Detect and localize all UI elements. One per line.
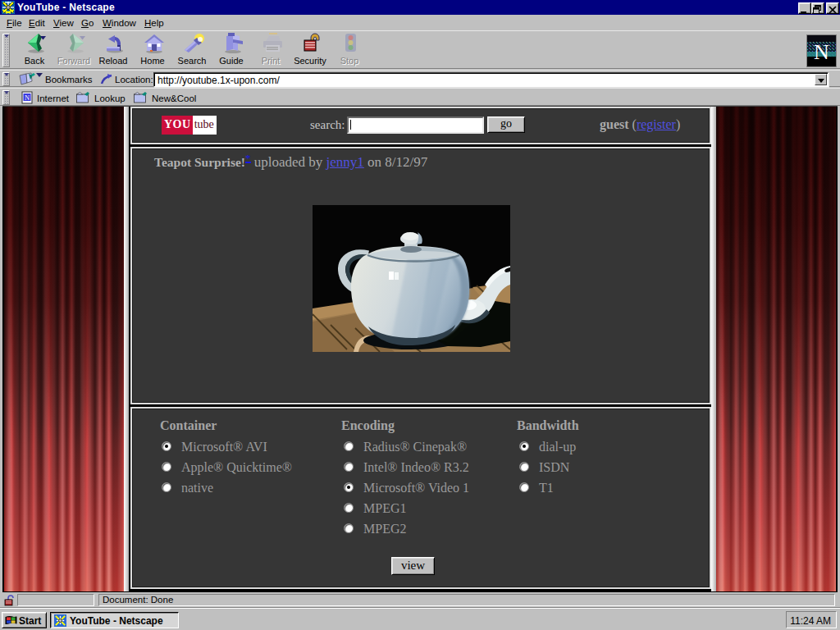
svg-text:N: N	[814, 40, 829, 64]
svg-text:N: N	[25, 94, 30, 102]
